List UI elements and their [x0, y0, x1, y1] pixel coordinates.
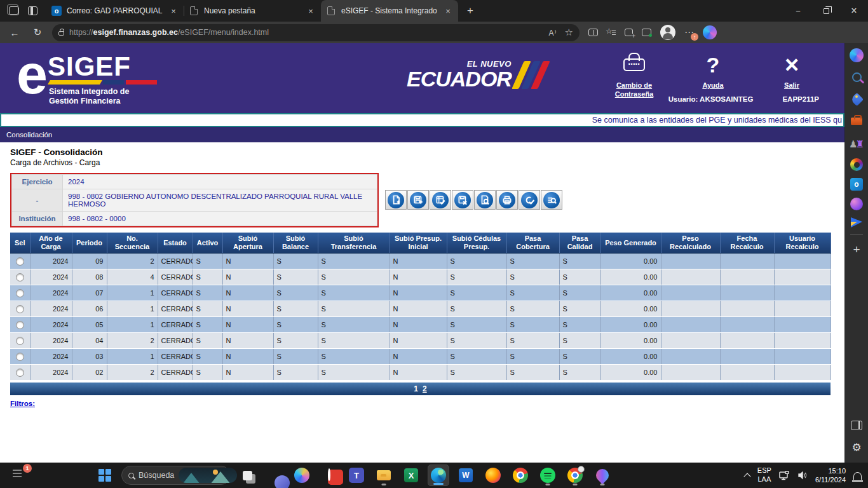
settings-more-icon[interactable]: [684, 27, 694, 38]
browser-tab-outlook[interactable]: Correo: GAD PARROQUIAL VALLE: [46, 0, 184, 22]
profile-avatar[interactable]: [660, 25, 675, 40]
create-record-button[interactable]: [385, 190, 407, 210]
cell: 06: [72, 301, 107, 317]
column-header: Pasa Cobertura: [506, 233, 559, 254]
favorite-star-icon[interactable]: [565, 27, 573, 38]
row-radio[interactable]: [16, 289, 24, 297]
preview-document-button[interactable]: [474, 190, 496, 210]
firefox-icon: [485, 468, 501, 483]
exit-button[interactable]: Salir: [764, 51, 819, 99]
designer-icon[interactable]: [851, 217, 862, 227]
copilot-icon[interactable]: [291, 464, 313, 486]
browser-tab-esigef-active[interactable]: eSIGEF - Sistema Integrado de G: [321, 0, 458, 22]
filters-link[interactable]: Filtros:: [10, 400, 35, 407]
edge-icon: [431, 468, 446, 483]
panel-icon[interactable]: [849, 417, 864, 433]
menu-item-consolidacion[interactable]: Consolidación: [0, 131, 52, 139]
row-radio[interactable]: [16, 305, 24, 313]
language-indicator[interactable]: ESPLAA: [757, 466, 771, 484]
check-quality-button[interactable]: [519, 190, 540, 210]
new-tab-button[interactable]: [462, 3, 478, 19]
clock[interactable]: 15:106/11/2024: [815, 466, 846, 485]
chrome-work-icon: [567, 468, 583, 483]
teams-icon[interactable]: [346, 464, 367, 486]
window-restore-button[interactable]: [812, 0, 840, 22]
chrome-work-icon[interactable]: [564, 464, 586, 486]
chat-icon[interactable]: [264, 464, 285, 486]
row-radio[interactable]: [16, 273, 24, 281]
validate-grid-button[interactable]: [430, 190, 451, 210]
read-aloud-icon[interactable]: [549, 27, 557, 38]
toolbox-icon[interactable]: [849, 114, 864, 129]
window-minimize-button[interactable]: [784, 0, 812, 22]
taskbar-overflow-app-icon[interactable]: 1: [11, 467, 28, 484]
tab-close-icon[interactable]: [168, 6, 179, 16]
row-radio[interactable]: [16, 257, 24, 266]
start-button[interactable]: [94, 464, 116, 486]
outlook-icon[interactable]: [850, 178, 863, 191]
cell: 07: [72, 285, 107, 301]
paint-icon[interactable]: [592, 464, 613, 486]
print-button[interactable]: [496, 190, 518, 210]
browser-tab-newtab[interactable]: Nueva pestaña: [184, 0, 321, 22]
workspaces-icon[interactable]: [9, 6, 19, 15]
settings-icon[interactable]: [849, 440, 864, 455]
back-button[interactable]: [6, 24, 23, 41]
save-new-button[interactable]: [407, 190, 429, 210]
spotify-icon[interactable]: [537, 464, 559, 486]
games-icon[interactable]: [849, 136, 864, 151]
acrobat-icon[interactable]: [318, 464, 340, 486]
row-radio[interactable]: [16, 353, 24, 361]
page-number-current: 1: [414, 384, 418, 393]
column-header: Sel: [10, 233, 30, 254]
tab-close-icon[interactable]: [443, 6, 453, 16]
change-password-button[interactable]: Cambio de Contraseña: [607, 51, 661, 99]
cell: N: [390, 333, 447, 349]
firefox-icon[interactable]: [482, 464, 504, 486]
word-icon[interactable]: [455, 464, 477, 486]
shopping-icon[interactable]: [849, 92, 864, 107]
consult-button[interactable]: [541, 190, 562, 210]
m365-icon[interactable]: [850, 158, 863, 171]
favorites-hub-icon[interactable]: [607, 29, 616, 36]
collections-icon[interactable]: [625, 29, 633, 36]
browser-essentials-icon[interactable]: [642, 29, 651, 36]
taskbar-search[interactable]: Búsqueda: [121, 466, 231, 485]
notifications-bell-icon[interactable]: [853, 472, 862, 480]
split-screen-icon[interactable]: [588, 29, 598, 36]
tray-chevron-icon[interactable]: [743, 473, 750, 480]
delete-record-button[interactable]: [452, 190, 473, 210]
search-icon[interactable]: [849, 69, 864, 85]
row-radio[interactable]: [16, 337, 24, 345]
refresh-button[interactable]: [29, 24, 46, 41]
drop-icon[interactable]: [850, 198, 863, 210]
cell: [774, 269, 831, 285]
vertical-tabs-icon[interactable]: [28, 6, 37, 15]
cell: [720, 317, 774, 333]
cell: S: [273, 349, 318, 365]
tab-close-icon[interactable]: [306, 6, 316, 16]
excel-icon[interactable]: [400, 464, 422, 486]
window-close-button[interactable]: [840, 0, 868, 22]
explorer-icon[interactable]: [373, 464, 395, 486]
row-radio[interactable]: [16, 321, 24, 329]
cell: [661, 349, 720, 365]
cell: 1: [107, 317, 158, 333]
cell: 2024: [30, 254, 72, 269]
edge-icon[interactable]: [428, 464, 449, 486]
copilot-icon[interactable]: [850, 48, 864, 62]
chrome-icon[interactable]: [510, 464, 531, 486]
row-radio[interactable]: [16, 369, 24, 377]
cell: S: [447, 349, 506, 365]
table-row: 2024061CERRADOSNSSNSSS0.00: [10, 301, 831, 317]
help-button[interactable]: Ayuda: [686, 51, 740, 99]
add-icon[interactable]: [849, 242, 864, 257]
network-icon[interactable]: [779, 471, 790, 480]
url-field[interactable]: https://esigef.finanzas.gob.ec/eSIGEF/me…: [52, 24, 580, 41]
volume-icon[interactable]: [797, 471, 808, 480]
cell: [661, 269, 720, 285]
task-view-icon[interactable]: [236, 464, 258, 486]
page-number-link[interactable]: 2: [423, 384, 427, 393]
cell: 2024: [30, 333, 72, 349]
copilot-icon[interactable]: [703, 25, 717, 39]
